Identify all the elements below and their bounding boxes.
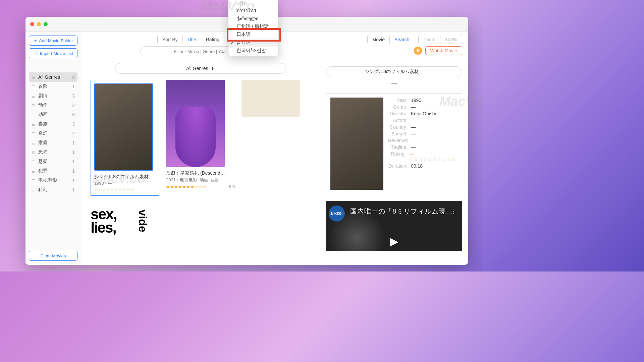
genre-count: 2 <box>72 131 75 136</box>
genre-count: 1 <box>72 140 75 145</box>
genre-label: 动作 <box>38 102 48 108</box>
detail-value: — <box>411 118 416 123</box>
kebab-icon[interactable]: ⋮ <box>451 207 457 215</box>
detail-row: Year: 1990 <box>388 98 458 103</box>
close-button[interactable] <box>30 22 34 26</box>
sidebar-genre-item[interactable]: All Genres 8 <box>29 72 77 82</box>
movie-card[interactable] <box>241 80 310 196</box>
import-movie-list-button[interactable]: 📄 Import Movie List <box>29 48 77 58</box>
sidebar-genre-item[interactable]: 科幻 1 <box>29 185 77 194</box>
sidebar-genre-item[interactable]: 冒险 1 <box>29 82 77 91</box>
movie-poster <box>94 83 153 171</box>
search-button[interactable]: Search <box>390 35 414 44</box>
sidebar-genre-item[interactable]: 犯罪 1 <box>29 166 77 176</box>
video-badge: NIKKEI <box>329 205 345 222</box>
language-option[interactable]: 한국어/조선말 <box>228 47 278 55</box>
genre-count: 1 <box>72 149 75 155</box>
language-dropdown[interactable]: ଓଡ଼ିଆภาษาไทยქართული广州话 / 廣州話日本語✓普通话한국어/조… <box>228 0 278 56</box>
film-icon <box>32 103 36 108</box>
genre-list: All Genres 8 冒险 1 剧情 3 动作 2 动画 3 喜剧 3 奇幻… <box>29 72 77 247</box>
detail-row: Actors: — <box>388 118 458 123</box>
movie-poster <box>241 80 300 117</box>
language-label: ଓଡ଼ିଆ <box>236 1 248 6</box>
movie-poster: sex, lies,vide <box>91 202 149 239</box>
movie-grid: シングル8のフィルム素材、1990 ◦ —☆☆☆☆☆☆☆☆☆☆—后裔：皇家婚礼 … <box>91 80 310 243</box>
movie-meta: 1990 ◦ — <box>94 181 156 186</box>
language-option[interactable]: ଓଡ଼ିଆ <box>228 0 278 6</box>
genre-label: 喜剧 <box>38 121 48 127</box>
detail-key: Year: <box>388 98 408 103</box>
film-icon <box>32 84 36 89</box>
detail-key: Actors: <box>388 118 408 123</box>
movie-rating: ☆☆☆☆☆☆☆☆☆☆— <box>94 187 156 192</box>
minimize-button[interactable] <box>37 22 41 26</box>
detail-box: Year: 1990Genre: —Director: Kenji Onishi… <box>326 93 462 194</box>
detail-key: Budget: <box>388 131 408 136</box>
zoom-value[interactable]: 100% <box>440 35 462 44</box>
sidebar-genre-item[interactable]: 电视电影 1 <box>29 176 77 185</box>
detail-value: — <box>411 144 416 150</box>
detail-value: — <box>411 138 416 143</box>
sort-title-button[interactable]: Title <box>183 35 201 44</box>
film-icon <box>32 112 36 117</box>
movie-rating: ★★★★★★★☆☆☆6.9 <box>166 184 235 189</box>
watch-movie-button[interactable]: Watch Movie <box>425 46 462 55</box>
document-icon: 📄 <box>33 51 39 56</box>
add-movie-folder-button[interactable]: ＋ Add Movie Folder <box>29 36 77 46</box>
sidebar-genre-item[interactable]: 悬疑 1 <box>29 157 77 166</box>
clear-movies-button[interactable]: Clear Movies <box>29 251 77 261</box>
detail-value: 00:18 <box>411 163 423 169</box>
detail-toolbar: Movie Search Zoom 100% <box>326 35 462 44</box>
genre-count: 8 <box>72 74 75 80</box>
movie-title: 后裔：皇家婚礼 (Descend… <box>166 170 235 176</box>
sort-rating-button[interactable]: Rating <box>201 35 224 44</box>
detail-row: Tagline: — <box>388 144 458 150</box>
film-icon <box>32 187 36 192</box>
movie-button[interactable]: Movie <box>368 35 390 44</box>
genre-label: 动画 <box>38 112 48 118</box>
genre-label: 犯罪 <box>38 168 48 174</box>
film-icon <box>32 149 36 155</box>
genre-label: 科幻 <box>38 187 48 193</box>
sidebar-genre-item[interactable]: 奇幻 2 <box>29 129 77 138</box>
genre-count: 1 <box>72 159 75 164</box>
genre-label: 悬疑 <box>38 159 48 165</box>
sidebar-genre-item[interactable]: 喜剧 3 <box>29 119 77 129</box>
genre-label: 电视电影 <box>38 177 57 183</box>
language-option[interactable]: ✓普通话 <box>228 39 278 47</box>
import-movie-list-label: Import Movie List <box>40 51 73 56</box>
maximize-button[interactable] <box>44 22 48 26</box>
detail-key: Rating: <box>388 151 406 162</box>
movie-meta: 2021 ◦ 电视电影, 动画, 喜剧, <box>166 177 235 183</box>
sidebar-genre-item[interactable]: 动作 2 <box>29 101 77 110</box>
language-label: 日本語 <box>236 32 251 38</box>
sidebar-genre-item[interactable]: 恐怖 1 <box>29 147 77 157</box>
zoom-segmented: Zoom 100% <box>418 35 462 44</box>
genre-count: 3 <box>72 121 75 127</box>
detail-key: Duration: <box>388 163 408 169</box>
movie-card[interactable]: sex, lies,vide <box>91 202 159 243</box>
language-option[interactable]: ქართული <box>228 14 278 22</box>
detail-key: Country: <box>388 124 408 130</box>
film-icon <box>32 93 36 99</box>
add-movie-folder-label: Add Movie Folder <box>39 38 73 43</box>
play-icon[interactable] <box>414 47 422 55</box>
sidebar-genre-item[interactable]: 剧情 3 <box>29 91 77 101</box>
detail-value: — ☆☆☆☆☆☆☆☆☆☆ <box>409 151 458 162</box>
language-option[interactable]: 广州话 / 廣州話 <box>228 22 278 31</box>
language-option[interactable]: ภาษาไทย <box>228 6 278 14</box>
video-play-icon[interactable]: ▶ <box>390 235 398 248</box>
genre-label: All Genres <box>38 74 60 80</box>
video-preview[interactable]: NIKKEI 国内唯一の「8ミリフィルム現… ⋮ ▶ <box>326 201 462 251</box>
language-label: 普通话 <box>236 40 251 46</box>
sidebar-genre-item[interactable]: 家庭 1 <box>29 138 77 147</box>
movie-card[interactable]: シングル8のフィルム素材、1990 ◦ —☆☆☆☆☆☆☆☆☆☆— <box>91 80 159 196</box>
detail-value: — <box>411 104 416 110</box>
movie-card[interactable]: 后裔：皇家婚礼 (Descend…2021 ◦ 电视电影, 动画, 喜剧,★★★… <box>166 80 235 196</box>
detail-kv-list: Year: 1990Genre: —Director: Kenji Onishi… <box>388 98 458 190</box>
detail-value: 1990 <box>411 98 421 103</box>
detail-panel: Movie Search Zoom 100% Watch Movie シングル8… <box>320 32 468 265</box>
sidebar-genre-item[interactable]: 动画 3 <box>29 110 77 119</box>
language-option[interactable]: 日本語 <box>228 31 278 39</box>
language-label: 한국어/조선말 <box>236 48 266 54</box>
